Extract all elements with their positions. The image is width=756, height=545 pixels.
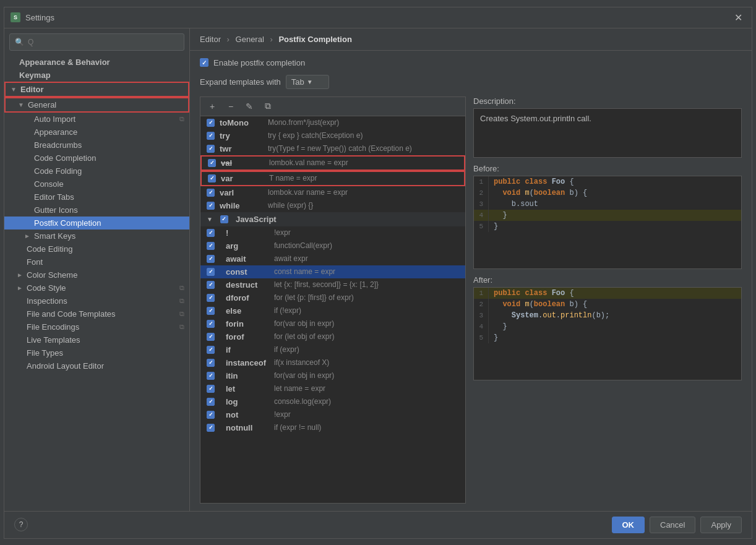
template-desc-var: T name = expr: [269, 174, 317, 182]
template-row-instanceof[interactable]: instanceofif(x instanceof X): [200, 356, 465, 369]
template-row-await[interactable]: awaitawait expr: [200, 252, 465, 265]
remove-button[interactable]: −: [224, 100, 238, 113]
sidebar-item-code-completion[interactable]: Code Completion: [4, 152, 189, 165]
sidebar-item-color-scheme[interactable]: ►Color Scheme: [4, 268, 189, 281]
app-icon: S: [11, 12, 20, 22]
template-row-not[interactable]: !!expr: [200, 226, 465, 239]
sidebar-item-console[interactable]: Console: [4, 178, 189, 191]
template-desc-forof: for (let obj of expr): [274, 332, 334, 341]
template-checkbox-const[interactable]: [207, 268, 215, 276]
template-checkbox-destruct[interactable]: [207, 281, 215, 289]
sidebar-item-live-templates[interactable]: Live Templates: [4, 333, 189, 346]
ok-button[interactable]: OK: [612, 517, 645, 533]
line-number: 2: [474, 299, 489, 310]
template-name-instanceof: instanceof: [226, 358, 269, 367]
line-code: public class Foo {: [494, 288, 574, 299]
template-checkbox-not[interactable]: [207, 229, 215, 237]
template-checkbox-else[interactable]: [207, 307, 215, 315]
template-checkbox-await[interactable]: [207, 255, 215, 263]
template-checkbox-var[interactable]: [208, 174, 216, 182]
template-checkbox-forin[interactable]: [207, 320, 215, 328]
template-checkbox-forof[interactable]: [207, 333, 215, 341]
desc-panel: Description: Creates System.out.println …: [473, 97, 742, 504]
sidebar-item-postfix-completion[interactable]: Postfix Completion: [4, 217, 189, 230]
template-checkbox-val[interactable]: [208, 159, 216, 167]
template-checkbox-not2[interactable]: [207, 411, 215, 419]
sidebar-item-code-folding[interactable]: Code Folding: [4, 165, 189, 178]
expand-dropdown[interactable]: Tab ▼: [286, 75, 329, 89]
sidebar-item-code-editing[interactable]: Code Editing: [4, 242, 189, 255]
template-checkbox-if[interactable]: [207, 346, 215, 354]
template-section-js_section[interactable]: ▼JavaScript: [200, 212, 465, 226]
footer: ? OK Cancel Apply: [4, 511, 752, 538]
sidebar-item-code-style[interactable]: ►Code Style⧉: [4, 281, 189, 294]
code-line-after-code-5: 5}: [474, 332, 741, 343]
template-name-if: if: [226, 345, 269, 354]
sidebar-item-editor-tabs[interactable]: Editor Tabs: [4, 191, 189, 204]
sidebar-item-android[interactable]: Android Layout Editor: [4, 359, 189, 372]
template-row-itin[interactable]: itinfor(var obj in expr): [200, 369, 465, 382]
template-row-else[interactable]: elseif (!expr): [200, 304, 465, 317]
template-row-toMono[interactable]: toMonoMono.from*/just(expr): [200, 116, 465, 129]
template-row-while[interactable]: whilewhile (expr) {}: [200, 199, 465, 212]
template-checkbox-log[interactable]: [207, 398, 215, 406]
sidebar-item-gutter-icons[interactable]: Gutter Icons: [4, 204, 189, 217]
close-button[interactable]: ✕: [731, 10, 745, 25]
add-button[interactable]: +: [205, 100, 219, 113]
enable-checkbox[interactable]: [200, 58, 208, 67]
copy-button[interactable]: ⧉: [261, 100, 275, 113]
template-row-let[interactable]: letlet name = expr: [200, 382, 465, 395]
template-checkbox-toMono[interactable]: [207, 119, 215, 127]
template-checkbox-dforof[interactable]: [207, 294, 215, 302]
dialog-title: Settings: [25, 13, 731, 22]
template-row-destruct[interactable]: destructlet {x: [first, second]} = {x: […: [200, 278, 465, 291]
template-checkbox-twr[interactable]: [207, 145, 215, 153]
sidebar-item-font[interactable]: Font: [4, 255, 189, 268]
search-input[interactable]: [28, 38, 179, 46]
template-row-not2[interactable]: not!expr: [200, 408, 465, 421]
template-row-notnull[interactable]: notnullif (expr != null): [200, 421, 465, 434]
template-checkbox-while[interactable]: [207, 202, 215, 210]
edit-button[interactable]: ✎: [243, 100, 256, 113]
template-checkbox-instanceof[interactable]: [207, 359, 215, 367]
template-desc-if: if (expr): [274, 345, 299, 354]
section-checkbox[interactable]: [220, 215, 228, 223]
help-button[interactable]: ?: [14, 518, 28, 531]
sidebar-item-file-types[interactable]: File Types: [4, 346, 189, 359]
template-checkbox-itin[interactable]: [207, 372, 215, 380]
template-row-var[interactable]: varT name = expr: [200, 171, 465, 186]
sidebar-item-general[interactable]: ▼General: [4, 97, 189, 113]
template-row-const[interactable]: constconst name = expr: [200, 265, 465, 278]
template-checkbox-varl[interactable]: [207, 189, 215, 197]
template-row-forof[interactable]: foroffor (let obj of expr): [200, 330, 465, 343]
template-checkbox-arg[interactable]: [207, 242, 215, 250]
sidebar-item-editor[interactable]: ▼Editor: [4, 82, 189, 97]
sidebar-item-appearance[interactable]: Appearance: [4, 126, 189, 139]
template-row-forin[interactable]: forinfor(var obj in expr): [200, 317, 465, 330]
apply-button[interactable]: Apply: [700, 517, 742, 533]
sidebar-item-auto-import[interactable]: Auto Import⧉: [4, 113, 189, 126]
template-row-if[interactable]: ifif (expr): [200, 343, 465, 356]
sidebar-item-file-code-templates[interactable]: File and Code Templates⧉: [4, 307, 189, 320]
sidebar-item-file-encodings[interactable]: File Encodings⧉: [4, 320, 189, 333]
template-row-dforof[interactable]: dforoffor (let {p: [first]} of expr): [200, 291, 465, 304]
template-row-log[interactable]: logconsole.log(expr): [200, 395, 465, 408]
template-row-val[interactable]: vallombok.val name = expr: [200, 155, 465, 171]
template-desc-not: !expr: [274, 228, 291, 237]
cancel-button[interactable]: Cancel: [650, 517, 695, 533]
template-row-arg[interactable]: argfunctionCall(expr): [200, 239, 465, 252]
sidebar-item-inspections[interactable]: Inspections⧉: [4, 294, 189, 307]
template-checkbox-let[interactable]: [207, 385, 215, 393]
sidebar-item-smart-keys[interactable]: ►Smart Keys: [4, 230, 189, 242]
search-box[interactable]: 🔍: [9, 33, 184, 51]
section-arrow-icon: ▼: [207, 216, 213, 223]
template-row-twr[interactable]: twrtry(Type f = new Type()) catch (Excep…: [200, 142, 465, 155]
template-row-varl[interactable]: varllombok.var name = expr: [200, 186, 465, 199]
template-checkbox-try[interactable]: [207, 132, 215, 140]
enable-label: Enable postfix completion: [213, 58, 305, 67]
template-checkbox-notnull[interactable]: [207, 424, 215, 432]
template-row-try[interactable]: trytry { exp } catch(Exception e): [200, 129, 465, 142]
sidebar-item-breadcrumbs[interactable]: Breadcrumbs: [4, 139, 189, 152]
sidebar-item-keymap[interactable]: Keymap: [4, 69, 189, 82]
sidebar-item-appearance-behavior[interactable]: Appearance & Behavior: [4, 56, 189, 69]
